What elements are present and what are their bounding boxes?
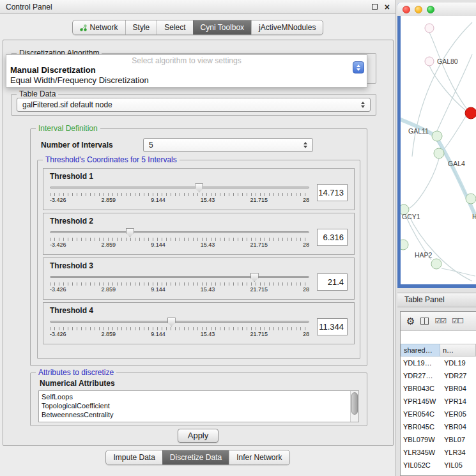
slider-track[interactable]	[50, 321, 309, 323]
cell-name[interactable]: YIL05	[440, 459, 476, 472]
network-node[interactable]	[434, 148, 444, 158]
slider-track[interactable]	[50, 231, 309, 233]
table-rows: YDL19… YDL19 YDR27… YDR27 YBR043C YBR04 …	[401, 357, 476, 472]
table-row[interactable]: YBL079W YBL07	[401, 433, 476, 446]
network-node[interactable]	[465, 107, 476, 119]
column-chooser-icon[interactable]	[420, 318, 429, 325]
tab-discretize-data[interactable]: Discretize Data	[162, 450, 229, 464]
threshold-slider[interactable]: -3.4262.8599.14415.4321.71528	[50, 316, 309, 337]
cell-shared-name[interactable]: YBR045C	[401, 420, 440, 433]
network-edge[interactable]	[408, 214, 472, 281]
column-header-shared-name[interactable]: shared…	[401, 344, 440, 357]
network-node[interactable]	[425, 24, 434, 33]
table-row[interactable]: YER054C YER05	[401, 408, 476, 420]
slider-track[interactable]	[50, 187, 309, 188]
algorithm-combo-stepper[interactable]	[353, 61, 364, 73]
table-row[interactable]: YBR043C YBR04	[401, 382, 476, 395]
table-row[interactable]: YPR145W YPR14	[401, 395, 476, 408]
threshold-slider[interactable]: -3.4262.8599.14415.4321.71528	[50, 182, 309, 203]
tab-impute-data[interactable]: Impute Data	[106, 450, 162, 464]
tab-style[interactable]: Style	[125, 20, 157, 35]
slider-track[interactable]	[50, 276, 309, 278]
control-panel-titlebar: Control Panel ×	[0, 0, 395, 14]
table-row[interactable]: YDR27… YDR27	[401, 369, 476, 382]
cell-shared-name[interactable]: YDL19…	[401, 357, 440, 369]
cell-shared-name[interactable]: YPR145W	[401, 395, 440, 408]
network-edge[interactable]	[441, 268, 475, 276]
tab-label: Network	[90, 23, 118, 32]
cell-shared-name[interactable]: YIL052C	[401, 459, 440, 472]
zoom-traffic-light-icon[interactable]	[427, 6, 434, 13]
close-traffic-light-icon[interactable]	[403, 6, 410, 13]
table-data-combobox[interactable]: galFiltered.sif default node	[17, 98, 371, 112]
threshold-value-field[interactable]: 6.316	[317, 229, 348, 246]
slider-thumb[interactable]	[250, 273, 259, 282]
group-title: Threshold's Coordinates for 5 Intervals	[43, 155, 180, 164]
network-node[interactable]	[425, 57, 434, 66]
list-item[interactable]: BetweennessCentrality	[42, 410, 356, 419]
network-edge[interactable]	[409, 158, 439, 208]
cell-shared-name[interactable]: YER054C	[401, 408, 440, 420]
tab-network[interactable]: Network	[73, 20, 125, 35]
float-window-icon[interactable]	[372, 4, 378, 10]
threshold-panel: Threshold 2	[43, 213, 355, 255]
select-all-icon[interactable]: ☑☑	[434, 318, 446, 325]
scale-label: 15.43	[201, 331, 215, 337]
network-edge[interactable]	[443, 116, 466, 150]
table-row[interactable]: YDL19… YDL19	[401, 357, 476, 369]
cell-shared-name[interactable]: YBL079W	[401, 433, 440, 446]
list-item[interactable]: TopologicalCoefficient	[42, 401, 356, 410]
network-node[interactable]	[401, 240, 408, 250]
close-icon[interactable]: ×	[385, 4, 390, 10]
cell-shared-name[interactable]: YLR345W	[401, 446, 440, 459]
slider-thumb[interactable]	[126, 228, 134, 237]
listbox-scrollbar[interactable]	[350, 391, 358, 422]
tab-jactivemnodules[interactable]: jActiveMNodules	[251, 20, 323, 35]
apply-button[interactable]: Apply	[178, 429, 219, 443]
table-row[interactable]: YIL052C YIL05	[401, 459, 476, 472]
threshold-value-field[interactable]: 14.713	[317, 184, 348, 201]
cell-shared-name[interactable]: YDR27…	[401, 369, 440, 382]
threshold-slider[interactable]: -3.4262.8599.14415.4321.71528	[50, 272, 309, 293]
slider-ticks	[50, 238, 309, 241]
slider-thumb[interactable]	[195, 183, 203, 192]
scrollbar-thumb[interactable]	[351, 392, 358, 415]
number-of-intervals-combobox[interactable]: 5	[143, 138, 313, 152]
cell-name[interactable]: YDR27	[440, 369, 476, 382]
cell-name[interactable]: YER05	[440, 408, 476, 420]
network-node[interactable]	[431, 259, 441, 269]
dropdown-option-equal-width[interactable]: Equal Width/Frequency Discretization	[6, 75, 367, 86]
dropdown-option-manual[interactable]: Manual Discretization	[6, 65, 367, 75]
network-node[interactable]	[432, 131, 442, 141]
scale-label: -3.426	[50, 242, 66, 248]
cell-shared-name[interactable]: YBR043C	[401, 382, 440, 395]
gear-icon[interactable]: ⚙	[406, 316, 415, 326]
network-edge[interactable]	[429, 66, 466, 111]
threshold-value-field[interactable]: 11.344	[317, 318, 348, 335]
cell-name[interactable]: YLR34	[440, 446, 476, 459]
cell-name[interactable]: YPR14	[440, 395, 476, 408]
threshold-value-field[interactable]: 21.4	[317, 273, 348, 291]
cell-name[interactable]: YDL19	[440, 357, 476, 369]
slider-ticks	[50, 282, 309, 286]
table-panel-title: Table Panel	[404, 295, 445, 304]
minimize-traffic-light-icon[interactable]	[415, 6, 422, 13]
attributes-listbox[interactable]: SelfLoopsTopologicalCoefficientBetweenne…	[38, 390, 359, 422]
network-node[interactable]	[466, 194, 476, 204]
tab-select[interactable]: Select	[157, 20, 192, 35]
tab-cyni-toolbox[interactable]: Cyni Toolbox	[193, 20, 251, 35]
cell-name[interactable]: YBR04	[440, 382, 476, 395]
tab-infer-network[interactable]: Infer Network	[229, 450, 289, 464]
network-canvas[interactable]: GAL80GAL11GAL4GCY1HAP2H	[401, 16, 476, 284]
network-edge[interactable]	[429, 33, 467, 109]
threshold-slider[interactable]: -3.4262.8599.14415.4321.71528	[50, 227, 309, 248]
network-edge[interactable]	[437, 54, 472, 131]
list-item[interactable]: SelfLoops	[42, 392, 356, 401]
column-header-name[interactable]: n…	[440, 344, 476, 357]
select-none-icon[interactable]: ☑☐	[452, 318, 463, 325]
table-row[interactable]: YLR345W YLR34	[401, 446, 476, 459]
cell-name[interactable]: YBR04	[440, 420, 476, 433]
slider-thumb[interactable]	[167, 318, 176, 326]
cell-name[interactable]: YBL07	[440, 433, 476, 446]
table-row[interactable]: YBR045C YBR04	[401, 420, 476, 433]
